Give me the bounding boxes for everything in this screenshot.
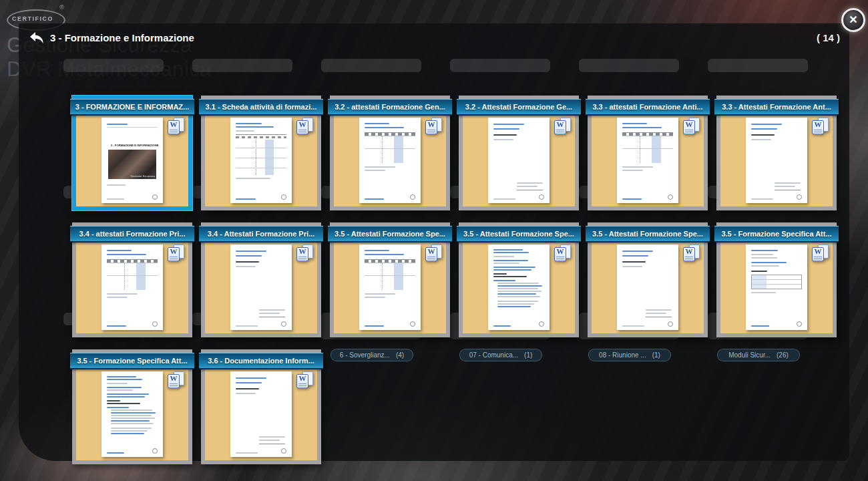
document-thumbnail <box>230 371 292 457</box>
background-folder-tile <box>579 59 679 72</box>
document-card[interactable]: 3.4 - Attestati Formazione Pri... W <box>201 222 321 337</box>
document-card[interactable]: 3.3 - Attestati Formazione Ant... W <box>716 96 837 210</box>
document-thumbnail: 3 - FORMAZIONE E INFORMAZIONE Gestione S… <box>101 118 163 203</box>
document-card-title: 3.4 - Attestati Formazione Pri... <box>199 226 323 243</box>
word-icon: W <box>425 245 442 261</box>
document-card-title: 3 - FORMAZIONE E INFORMAZ... <box>70 99 194 116</box>
document-card-title: 3.2 - attestati Formazione Gen... <box>328 99 452 116</box>
document-card-title: 3.6 - Documentazione Inform... <box>199 353 323 369</box>
word-icon: W <box>554 245 571 261</box>
document-thumbnail <box>488 245 550 330</box>
document-thumbnail <box>230 245 292 330</box>
word-icon: W <box>296 118 313 134</box>
document-thumbnail <box>488 118 550 203</box>
document-card-title: 3.4 - attestati Formazione Pri... <box>70 226 194 243</box>
document-card[interactable]: 3.4 - attestati Formazione Pri... W <box>72 222 192 337</box>
word-icon: W <box>296 245 313 261</box>
document-card-title: 3.3 - Attestati Formazione Ant... <box>714 99 839 116</box>
word-icon: W <box>168 118 184 134</box>
document-card[interactable]: 3.2 - Attestati Formazione Ge... W <box>459 96 579 210</box>
document-card-title: 3.3 - attestati Formazione Anti... <box>586 99 710 116</box>
folder-title: 3 - Formazione e Informazione <box>50 32 194 43</box>
background-folder-tile <box>708 59 808 72</box>
folder-overlay-panel: 3 - Formazione e Informazione ( 14 ) 6 -… <box>19 23 849 461</box>
registered-mark: ® <box>59 4 64 11</box>
document-card[interactable]: 3.6 - Documentazione Inform... W <box>201 349 321 464</box>
background-folder-tile <box>321 59 421 72</box>
word-icon: W <box>168 245 184 261</box>
document-card[interactable]: 3 - FORMAZIONE E INFORMAZ... 3 - FORMAZI… <box>72 96 192 210</box>
back-icon <box>28 29 45 47</box>
word-icon: W <box>296 371 313 388</box>
document-grid: 3 - FORMAZIONE E INFORMAZ... 3 - FORMAZI… <box>72 96 837 464</box>
background-folder-tile <box>63 59 164 72</box>
document-card[interactable]: 3.5 - Attestati Formazione Spe... W <box>459 222 579 337</box>
word-icon: W <box>812 118 829 134</box>
document-card-title: 3.5 - Attestati Formazione Spe... <box>457 226 581 243</box>
document-card[interactable]: 3.5 - Attestati Formazione Spe... W <box>330 222 450 337</box>
document-thumbnail <box>617 245 678 330</box>
word-icon: W <box>425 118 442 134</box>
background-folder-tile <box>192 59 292 72</box>
document-thumbnail <box>746 118 807 203</box>
background-folder-tile <box>450 59 550 72</box>
document-card[interactable]: 3.5 - Formazione Specifica Att... W <box>72 349 192 464</box>
document-thumbnail <box>617 118 678 203</box>
item-count: ( 14 ) <box>817 32 840 43</box>
back-button[interactable] <box>28 29 45 47</box>
document-thumbnail <box>359 245 421 330</box>
close-button[interactable]: ✕ <box>841 8 865 32</box>
document-card-title: 3.1 - Scheda attività di formazi... <box>199 99 323 116</box>
word-icon: W <box>554 118 571 134</box>
word-icon: W <box>168 371 184 388</box>
document-card-title: 3.5 - Attestati Formazione Spe... <box>586 226 710 243</box>
document-card-title: 3.5 - Formazione Specifica Att... <box>70 353 194 369</box>
document-card-title: 3.5 - Attestati Formazione Spe... <box>328 226 452 243</box>
document-card-title: 3.5 - Formazione Specifica Att... <box>714 226 839 243</box>
document-thumbnail <box>101 371 163 457</box>
document-thumbnail <box>101 245 163 330</box>
document-card[interactable]: 3.5 - Formazione Specifica Att... W <box>716 222 837 337</box>
document-card[interactable]: 3.2 - attestati Formazione Gen... W <box>330 96 450 210</box>
document-card[interactable]: 3.5 - Attestati Formazione Spe... W <box>588 222 708 337</box>
document-card[interactable]: 3.1 - Scheda attività di formazi... W <box>201 96 321 210</box>
document-thumbnail <box>746 245 807 330</box>
document-thumbnail <box>230 118 292 203</box>
word-icon: W <box>683 245 700 261</box>
document-card-title: 3.2 - Attestati Formazione Ge... <box>457 99 581 116</box>
word-icon: W <box>812 245 829 261</box>
logo-text: CERTIFICO <box>12 15 53 22</box>
document-thumbnail <box>359 118 421 203</box>
document-card[interactable]: 3.3 - attestati Formazione Anti... W <box>588 96 708 210</box>
word-icon: W <box>683 118 700 134</box>
